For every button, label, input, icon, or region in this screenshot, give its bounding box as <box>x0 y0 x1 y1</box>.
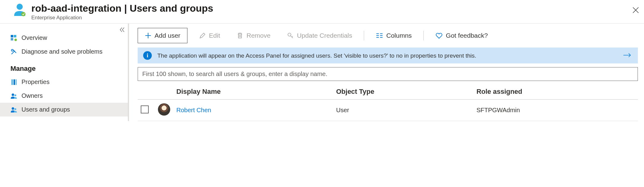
sidebar-item-owners[interactable]: Owners <box>0 89 128 103</box>
svg-rect-9 <box>16 79 17 85</box>
sidebar-item-label: Diagnose and solve problems <box>22 48 103 55</box>
sidebar: Overview Diagnose and solve problems Man… <box>0 24 129 121</box>
properties-icon <box>10 79 17 86</box>
info-banner-action[interactable] <box>622 52 632 60</box>
overview-icon <box>10 35 17 41</box>
users-groups-icon <box>10 106 17 113</box>
arrow-right-icon <box>623 54 631 59</box>
update-credentials-button: Update Credentials <box>282 29 357 42</box>
button-label: Columns <box>386 32 412 39</box>
svg-rect-7 <box>11 79 13 85</box>
svg-point-11 <box>14 94 16 96</box>
svg-point-0 <box>17 4 23 10</box>
info-banner: i The application will appear on the Acc… <box>138 48 638 63</box>
svg-rect-4 <box>11 38 13 40</box>
button-label: Remove <box>246 32 270 39</box>
feedback-button[interactable]: Got feedback? <box>430 29 493 42</box>
sidebar-item-diagnose[interactable]: Diagnose and solve problems <box>0 45 128 59</box>
col-checkbox <box>138 84 155 100</box>
role-assigned-cell: SFTPGWAdmin <box>473 100 638 121</box>
row-checkbox[interactable] <box>141 105 149 113</box>
enterprise-app-icon <box>12 2 27 17</box>
sidebar-item-overview[interactable]: Overview <box>0 31 128 45</box>
svg-point-5 <box>14 39 17 41</box>
main-content: Add user Edit Remove <box>129 24 644 121</box>
svg-point-12 <box>12 107 14 110</box>
table-row[interactable]: Robert Chen User SFTPGWAdmin <box>138 100 638 121</box>
svg-rect-8 <box>14 79 15 85</box>
svg-point-13 <box>14 108 16 110</box>
col-avatar <box>155 84 173 100</box>
close-button[interactable] <box>631 6 640 16</box>
svg-rect-3 <box>14 35 16 37</box>
heart-icon <box>435 32 443 39</box>
columns-button[interactable]: Columns <box>371 29 417 42</box>
tools-icon <box>10 48 17 55</box>
close-icon <box>632 10 639 14</box>
page-title: rob-aad-integration | Users and groups <box>31 2 637 14</box>
object-type-cell: User <box>333 100 473 121</box>
col-role-assigned[interactable]: Role assigned <box>473 84 638 100</box>
collapse-sidebar-button[interactable] <box>119 27 125 34</box>
search-input[interactable] <box>138 67 638 81</box>
sidebar-item-users-groups[interactable]: Users and groups <box>0 103 128 116</box>
svg-point-1 <box>21 12 26 16</box>
sidebar-item-label: Properties <box>22 78 49 86</box>
svg-point-10 <box>12 94 14 96</box>
toolbar-divider <box>423 31 424 40</box>
trash-icon <box>237 32 243 39</box>
button-label: Edit <box>209 32 220 39</box>
info-icon: i <box>143 51 152 60</box>
key-icon <box>287 32 294 39</box>
info-banner-text: The application will appear on the Acces… <box>157 52 616 60</box>
users-table: Display Name Object Type Role assigned R… <box>138 84 638 121</box>
sidebar-item-label: Overview <box>22 34 47 41</box>
svg-rect-2 <box>11 35 13 37</box>
display-name-cell[interactable]: Robert Chen <box>173 100 333 121</box>
sidebar-item-label: Users and groups <box>22 106 70 113</box>
page-subtitle: Enterprise Application <box>31 15 637 21</box>
chevron-double-left-icon <box>119 27 125 34</box>
columns-icon <box>376 32 383 39</box>
button-label: Got feedback? <box>446 32 488 39</box>
col-object-type[interactable]: Object Type <box>333 84 473 100</box>
button-label: Update Credentials <box>297 32 352 39</box>
sidebar-item-properties[interactable]: Properties <box>0 75 128 89</box>
toolbar-divider <box>364 31 364 40</box>
toolbar: Add user Edit Remove <box>138 24 638 48</box>
pencil-icon <box>199 32 206 39</box>
svg-point-6 <box>11 49 13 51</box>
user-avatar <box>158 103 170 116</box>
add-user-button[interactable]: Add user <box>138 28 187 43</box>
sidebar-section-manage: Manage <box>0 59 128 75</box>
edit-button: Edit <box>194 29 225 42</box>
button-label: Add user <box>155 32 180 39</box>
col-display-name[interactable]: Display Name <box>173 84 333 100</box>
page-header: rob-aad-integration | Users and groups E… <box>0 0 644 24</box>
remove-button: Remove <box>232 29 275 42</box>
plus-icon <box>145 32 151 39</box>
sidebar-item-label: Owners <box>22 92 43 99</box>
owners-icon <box>10 93 17 99</box>
